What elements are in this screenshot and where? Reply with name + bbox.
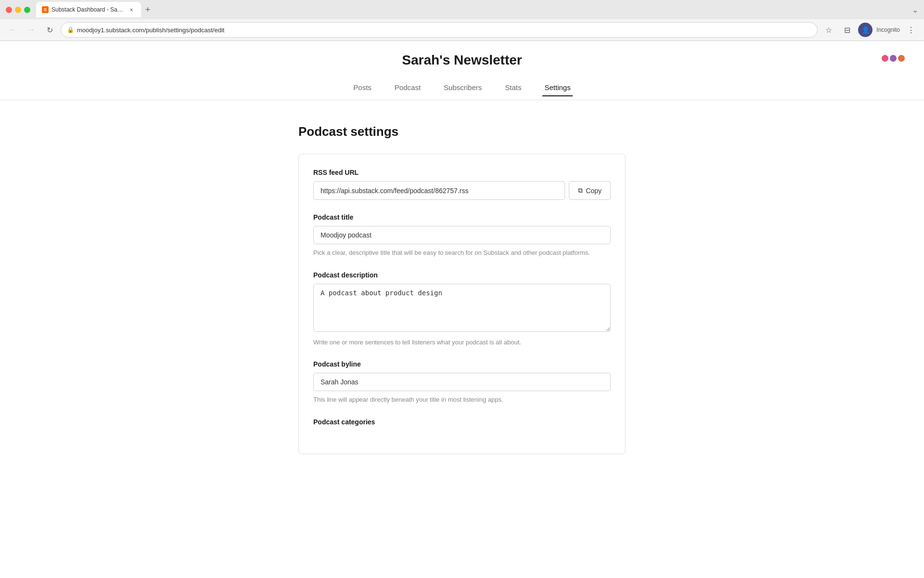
nav-stats[interactable]: Stats bbox=[503, 79, 523, 96]
incognito-label: Incognito bbox=[876, 26, 900, 33]
rss-feed-group: RSS feed URL ⧉ Copy bbox=[313, 169, 611, 200]
address-bar-container[interactable]: 🔒 bbox=[61, 22, 818, 38]
tab-favicon: S bbox=[42, 6, 49, 13]
tab-close-button[interactable]: ✕ bbox=[128, 6, 135, 13]
avatar-dot-1 bbox=[882, 55, 888, 62]
profile-icon: 👤 bbox=[861, 26, 870, 34]
maximize-button[interactable] bbox=[24, 7, 30, 13]
more-options-button[interactable]: ⋮ bbox=[904, 23, 918, 37]
active-tab[interactable]: S Substack Dashboard - Sarah's ✕ bbox=[36, 2, 141, 17]
podcast-description-label: Podcast description bbox=[313, 271, 611, 279]
new-tab-button[interactable]: + bbox=[141, 3, 154, 16]
podcast-description-group: Podcast description A podcast about prod… bbox=[313, 271, 611, 347]
site-nav: Posts Podcast Subscribers Stats Settings bbox=[0, 76, 924, 100]
reload-button[interactable]: ↻ bbox=[42, 23, 57, 37]
profile-button[interactable]: 👤 bbox=[858, 23, 873, 37]
podcast-categories-label: Podcast categories bbox=[313, 418, 611, 426]
nav-settings[interactable]: Settings bbox=[542, 79, 572, 96]
close-button[interactable] bbox=[6, 7, 12, 13]
browser-titlebar: S Substack Dashboard - Sarah's ✕ + ⌄ bbox=[0, 0, 924, 19]
page-content: Sarah's Newsletter Posts Podcast Subscri… bbox=[0, 41, 924, 578]
site-header: Sarah's Newsletter bbox=[0, 41, 924, 76]
nav-podcast[interactable]: Podcast bbox=[393, 79, 423, 96]
section-title: Podcast settings bbox=[298, 124, 626, 139]
forward-button[interactable]: → bbox=[24, 23, 38, 37]
avatar-cluster bbox=[882, 55, 905, 62]
podcast-byline-group: Podcast byline This line will appear dir… bbox=[313, 360, 611, 405]
back-button[interactable]: ← bbox=[6, 23, 20, 37]
bookmark-button[interactable]: ☆ bbox=[821, 23, 836, 37]
tab-title: Substack Dashboard - Sarah's bbox=[51, 6, 124, 13]
copy-button[interactable]: ⧉ Copy bbox=[569, 181, 611, 200]
settings-card: RSS feed URL ⧉ Copy Podcast title Pick a… bbox=[298, 154, 626, 454]
podcast-description-input[interactable]: A podcast about product design bbox=[313, 284, 611, 332]
nav-subscribers[interactable]: Subscribers bbox=[442, 79, 484, 96]
window-controls-chevron[interactable]: ⌄ bbox=[912, 5, 918, 14]
avatar-dot-3 bbox=[898, 55, 905, 62]
rss-feed-input[interactable] bbox=[313, 181, 565, 200]
tab-bar: S Substack Dashboard - Sarah's ✕ + bbox=[36, 2, 908, 17]
traffic-lights bbox=[6, 7, 30, 13]
rss-feed-label: RSS feed URL bbox=[313, 169, 611, 176]
avatar-area bbox=[882, 55, 905, 62]
nav-right: ☆ ⊟ 👤 Incognito ⋮ bbox=[821, 23, 918, 37]
favicon-text: S bbox=[44, 7, 47, 12]
podcast-byline-input[interactable] bbox=[313, 373, 611, 391]
podcast-byline-help: This line will appear directly beneath y… bbox=[313, 395, 611, 405]
podcast-title-label: Podcast title bbox=[313, 213, 611, 221]
site-title: Sarah's Newsletter bbox=[402, 53, 522, 68]
avatar-dot-2 bbox=[890, 55, 897, 62]
split-view-button[interactable]: ⊟ bbox=[840, 23, 854, 37]
podcast-byline-label: Podcast byline bbox=[313, 360, 611, 368]
nav-posts[interactable]: Posts bbox=[351, 79, 373, 96]
rss-input-row: ⧉ Copy bbox=[313, 181, 611, 200]
podcast-title-help: Pick a clear, descriptive title that wil… bbox=[313, 248, 611, 258]
address-bar[interactable] bbox=[77, 26, 811, 34]
browser-chrome: S Substack Dashboard - Sarah's ✕ + ⌄ ← →… bbox=[0, 0, 924, 41]
podcast-categories-group: Podcast categories bbox=[313, 418, 611, 426]
main-content: Podcast settings RSS feed URL ⧉ Copy Pod… bbox=[289, 100, 635, 483]
lock-icon: 🔒 bbox=[67, 26, 74, 33]
podcast-description-help: Write one or more sentences to tell list… bbox=[313, 338, 611, 347]
copy-label: Copy bbox=[586, 187, 602, 195]
copy-icon: ⧉ bbox=[578, 186, 583, 195]
minimize-button[interactable] bbox=[15, 7, 21, 13]
podcast-title-group: Podcast title Pick a clear, descriptive … bbox=[313, 213, 611, 258]
browser-nav: ← → ↻ 🔒 ☆ ⊟ 👤 Incognito ⋮ bbox=[0, 19, 924, 40]
podcast-title-input[interactable] bbox=[313, 226, 611, 244]
